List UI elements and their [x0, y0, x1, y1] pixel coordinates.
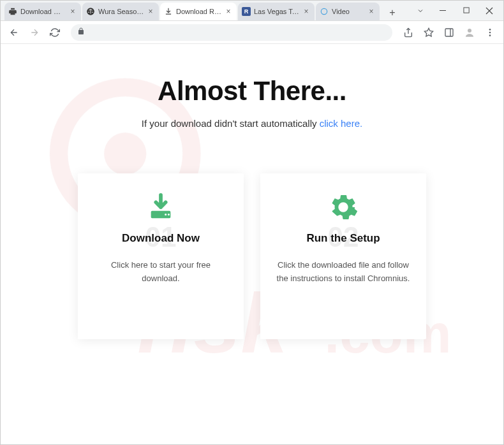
- new-tab-button[interactable]: +: [385, 5, 400, 20]
- scale-icon: [86, 7, 95, 16]
- card-title: Run the Setup: [274, 232, 412, 245]
- tab-wura[interactable]: Wura Season 2 D ×: [82, 3, 159, 20]
- tab-title: Las Vegas Tax At: [254, 8, 300, 15]
- svg-rect-3: [463, 8, 468, 13]
- titlebar: Download music × Wura Season 2 D × Downl…: [1, 1, 503, 21]
- star-icon[interactable]: [420, 24, 437, 41]
- back-button[interactable]: [6, 24, 22, 41]
- toolbar: [1, 21, 503, 44]
- profile-icon[interactable]: [461, 24, 478, 41]
- card-description: Click here to start your free download.: [92, 259, 230, 286]
- tab-video[interactable]: Video ×: [316, 3, 380, 20]
- card-run-setup: 02 Run the Setup Click the downloaded fi…: [260, 173, 426, 339]
- address-bar[interactable]: [71, 24, 392, 41]
- svg-rect-17: [151, 211, 171, 219]
- tab-strip: Download music × Wura Season 2 D × Downl…: [1, 1, 405, 20]
- cards-row: 01 Download Now Click here to start your…: [1, 173, 503, 339]
- svg-point-1: [321, 8, 327, 14]
- page-subtitle: If your download didn't start automatica…: [1, 118, 503, 129]
- svg-rect-2: [440, 10, 446, 11]
- close-icon[interactable]: ×: [302, 7, 311, 16]
- close-icon[interactable]: ×: [68, 7, 77, 16]
- close-icon[interactable]: ×: [146, 7, 155, 16]
- tab-download-music[interactable]: Download music ×: [4, 3, 81, 20]
- tab-title: Video: [332, 8, 365, 15]
- window-controls: [411, 4, 498, 18]
- svg-point-10: [489, 34, 491, 36]
- svg-point-19: [168, 214, 170, 215]
- chevron-down-icon[interactable]: [411, 4, 429, 18]
- tab-download-ready[interactable]: Download Ready ×: [160, 3, 237, 20]
- svg-point-7: [468, 29, 471, 33]
- svg-marker-4: [424, 28, 433, 36]
- circle-icon: [320, 7, 329, 16]
- close-button[interactable]: [480, 4, 498, 18]
- svg-point-18: [165, 214, 167, 215]
- svg-point-8: [489, 29, 491, 31]
- card-description: Click the downloaded file and follow the…: [274, 259, 412, 286]
- panel-icon[interactable]: [441, 24, 457, 41]
- forward-button[interactable]: [26, 24, 43, 41]
- lock-icon: [77, 27, 85, 37]
- page-body: Almost There... If your download didn't …: [1, 44, 503, 339]
- reload-button[interactable]: [47, 24, 63, 41]
- tab-title: Download Ready: [176, 8, 222, 15]
- browser-window: Download music × Wura Season 2 D × Downl…: [0, 0, 504, 445]
- subtitle-text: If your download didn't start automatica…: [142, 118, 320, 129]
- tab-las-vegas[interactable]: R Las Vegas Tax At ×: [238, 3, 315, 20]
- printer-icon: [8, 7, 17, 16]
- card-download-now[interactable]: 01 Download Now Click here to start your…: [78, 173, 244, 339]
- card-title: Download Now: [92, 232, 230, 245]
- close-icon[interactable]: ×: [367, 7, 376, 16]
- click-here-link[interactable]: click here.: [320, 118, 363, 129]
- maximize-button[interactable]: [457, 4, 475, 18]
- letter-icon: R: [242, 7, 251, 16]
- download-icon: [92, 193, 230, 222]
- tab-title: Wura Season 2 D: [98, 8, 144, 15]
- minimize-button[interactable]: [434, 4, 452, 18]
- download-icon: [164, 7, 173, 16]
- tab-title: Download music: [20, 8, 66, 15]
- close-icon[interactable]: ×: [224, 7, 233, 16]
- gear-icon: [274, 193, 412, 222]
- page-content: risk PC .com Almost There... If your dow…: [1, 44, 503, 444]
- svg-rect-5: [445, 29, 453, 36]
- page-title: Almost There...: [1, 76, 503, 106]
- share-icon[interactable]: [400, 24, 417, 41]
- menu-icon[interactable]: [482, 24, 498, 41]
- svg-point-9: [489, 31, 491, 33]
